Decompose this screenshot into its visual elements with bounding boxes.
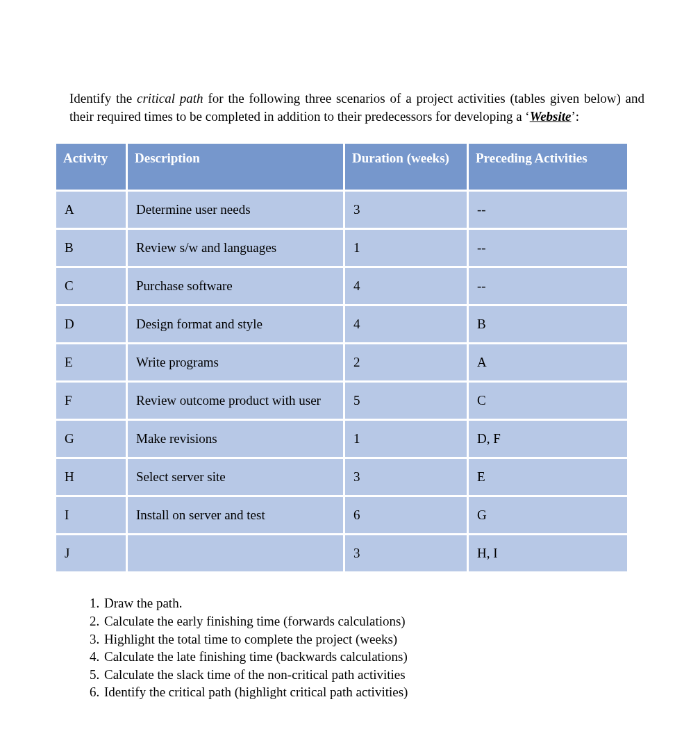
table-row: A Determine user needs 3 --	[56, 192, 627, 228]
list-item: Highlight the total time to complete the…	[103, 630, 644, 648]
cell-activity: H	[56, 459, 126, 495]
cell-description: Review s/w and languages	[128, 230, 343, 266]
table-row: D Design format and style 4 B	[56, 306, 627, 342]
cell-activity: J	[56, 535, 126, 571]
th-duration: Duration (weeks)	[345, 144, 467, 190]
intro-part3: ’:	[572, 109, 580, 124]
cell-preceding: --	[469, 230, 627, 266]
table-row: H Select server site 3 E	[56, 459, 627, 495]
cell-description: Write programs	[128, 344, 343, 380]
intro-paragraph: Identify the critical path for the follo…	[69, 90, 644, 125]
cell-duration: 3	[345, 192, 467, 228]
cell-duration: 5	[345, 383, 467, 419]
cell-duration: 4	[345, 306, 467, 342]
cell-preceding: --	[469, 268, 627, 304]
intro-part1: Identify the	[69, 91, 137, 106]
table-row: G Make revisions 1 D, F	[56, 421, 627, 457]
table-row: I Install on server and test 6 G	[56, 497, 627, 533]
cell-activity: D	[56, 306, 126, 342]
cell-activity: B	[56, 230, 126, 266]
cell-description: Make revisions	[128, 421, 343, 457]
cell-description: Select server site	[128, 459, 343, 495]
cell-preceding: G	[469, 497, 627, 533]
cell-activity: C	[56, 268, 126, 304]
list-item: Identify the critical path (highlight cr…	[103, 683, 644, 701]
cell-duration: 3	[345, 535, 467, 571]
list-item: Calculate the slack time of the non-crit…	[103, 666, 644, 684]
table-row: C Purchase software 4 --	[56, 268, 627, 304]
cell-description: Review outcome product with user	[128, 383, 343, 419]
cell-activity: A	[56, 192, 126, 228]
table-row: B Review s/w and languages 1 --	[56, 230, 627, 266]
table-row: J 3 H, I	[56, 535, 627, 571]
cell-preceding: E	[469, 459, 627, 495]
table-header-row: Activity Description Duration (weeks) Pr…	[56, 144, 627, 190]
cell-duration: 6	[345, 497, 467, 533]
cell-preceding: --	[469, 192, 627, 228]
cell-activity: I	[56, 497, 126, 533]
cell-description	[128, 535, 343, 571]
activities-table: Activity Description Duration (weeks) Pr…	[54, 142, 629, 573]
cell-description: Install on server and test	[128, 497, 343, 533]
cell-activity: G	[56, 421, 126, 457]
list-item: Calculate the late finishing time (backw…	[103, 648, 644, 666]
cell-duration: 3	[345, 459, 467, 495]
cell-activity: E	[56, 344, 126, 380]
intro-website: Website	[530, 109, 572, 124]
cell-duration: 2	[345, 344, 467, 380]
list-item: Calculate the early finishing time (forw…	[103, 612, 644, 630]
cell-preceding: B	[469, 306, 627, 342]
th-activity: Activity	[56, 144, 126, 190]
task-list: Draw the path. Calculate the early finis…	[75, 594, 644, 701]
cell-preceding: D, F	[469, 421, 627, 457]
th-description: Description	[128, 144, 343, 190]
cell-duration: 1	[345, 230, 467, 266]
cell-duration: 1	[345, 421, 467, 457]
cell-description: Determine user needs	[128, 192, 343, 228]
th-preceding: Preceding Activities	[469, 144, 627, 190]
table-row: F Review outcome product with user 5 C	[56, 383, 627, 419]
cell-description: Design format and style	[128, 306, 343, 342]
intro-italic: critical path	[137, 91, 203, 106]
cell-description: Purchase software	[128, 268, 343, 304]
cell-duration: 4	[345, 268, 467, 304]
table-row: E Write programs 2 A	[56, 344, 627, 380]
list-item: Draw the path.	[103, 594, 644, 612]
cell-preceding: H, I	[469, 535, 627, 571]
cell-activity: F	[56, 383, 126, 419]
cell-preceding: C	[469, 383, 627, 419]
cell-preceding: A	[469, 344, 627, 380]
